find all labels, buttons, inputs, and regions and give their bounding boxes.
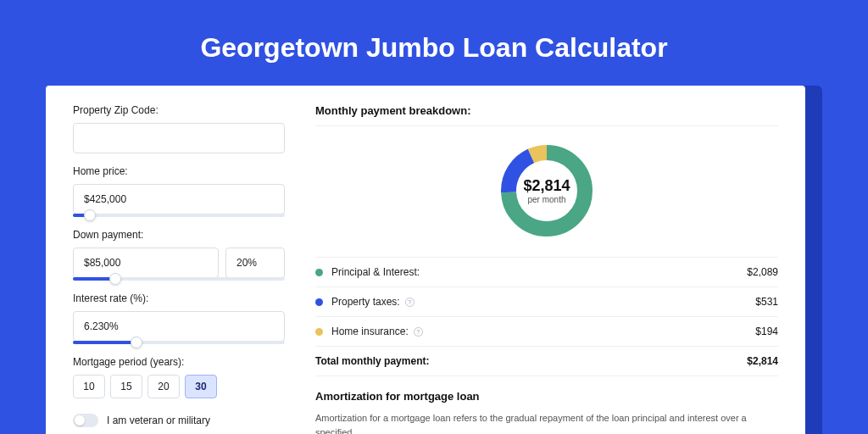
legend-total-label: Total monthly payment:: [315, 355, 747, 367]
period-option-30[interactable]: 30: [185, 375, 217, 398]
interest-rate-input[interactable]: [73, 311, 285, 342]
down-payment-field: Down payment:: [73, 229, 285, 281]
down-payment-slider[interactable]: [73, 277, 285, 281]
mortgage-period-field: Mortgage period (years): 10152030: [73, 356, 285, 398]
mortgage-period-options: 10152030: [73, 375, 285, 398]
period-option-20[interactable]: 20: [147, 375, 180, 398]
home-price-input[interactable]: [73, 184, 285, 214]
veteran-row: I am veteran or military: [73, 414, 285, 427]
breakdown-title: Monthly payment breakdown:: [315, 104, 778, 126]
zip-input[interactable]: [73, 123, 285, 153]
mortgage-period-label: Mortgage period (years):: [73, 356, 285, 368]
legend-dot: [315, 269, 323, 276]
legend-dot: [315, 328, 323, 336]
zip-label: Property Zip Code:: [73, 104, 285, 116]
legend-total-row: Total monthly payment:$2,814: [315, 347, 778, 376]
form-panel: Property Zip Code: Home price: Down paym…: [73, 104, 285, 434]
legend-label: Principal & Interest:: [331, 266, 747, 278]
legend-label: Home insurance:?: [331, 326, 755, 337]
interest-rate-label: Interest rate (%):: [73, 292, 285, 304]
legend-dot: [315, 298, 323, 306]
donut-center-value: $2,814: [523, 177, 570, 195]
home-price-label: Home price:: [73, 165, 285, 177]
donut-chart-wrap: $2,814 per month: [315, 126, 778, 257]
card-backer: Property Zip Code: Home price: Down paym…: [46, 86, 822, 434]
legend-label: Property taxes:?: [331, 296, 755, 308]
donut-center-sub: per month: [527, 195, 565, 204]
legend-row: Principal & Interest:$2,089: [315, 258, 778, 287]
legend-total-amount: $2,814: [747, 355, 778, 367]
donut-chart: $2,814 per month: [496, 140, 598, 242]
down-payment-amount-input[interactable]: [73, 248, 219, 278]
down-payment-percent-input[interactable]: [225, 248, 285, 278]
legend-amount: $2,089: [747, 266, 778, 278]
amortization-text: Amortization for a mortgage loan refers …: [315, 411, 778, 434]
period-option-15[interactable]: 15: [110, 375, 142, 398]
zip-field: Property Zip Code:: [73, 104, 285, 153]
interest-rate-slider[interactable]: [73, 341, 285, 344]
home-price-field: Home price:: [73, 165, 285, 217]
breakdown-panel: Monthly payment breakdown: $2,814 per mo…: [315, 104, 778, 434]
interest-rate-field: Interest rate (%):: [73, 292, 285, 344]
legend: Principal & Interest:$2,089Property taxe…: [315, 257, 778, 376]
legend-row: Property taxes:?$531: [315, 287, 778, 317]
page-title: Georgetown Jumbo Loan Calculator: [0, 0, 868, 86]
down-payment-label: Down payment:: [73, 229, 285, 241]
legend-row: Home insurance:?$194: [315, 317, 778, 347]
info-icon[interactable]: ?: [414, 327, 423, 337]
info-icon[interactable]: ?: [405, 298, 415, 307]
calculator-card: Property Zip Code: Home price: Down paym…: [46, 86, 805, 434]
legend-amount: $531: [755, 296, 778, 308]
home-price-slider[interactable]: [73, 214, 285, 217]
veteran-label: I am veteran or military: [107, 415, 210, 426]
period-option-10[interactable]: 10: [73, 375, 105, 398]
legend-amount: $194: [755, 326, 778, 337]
amortization-title: Amortization for mortgage loan: [315, 376, 778, 411]
veteran-toggle[interactable]: [73, 414, 98, 427]
